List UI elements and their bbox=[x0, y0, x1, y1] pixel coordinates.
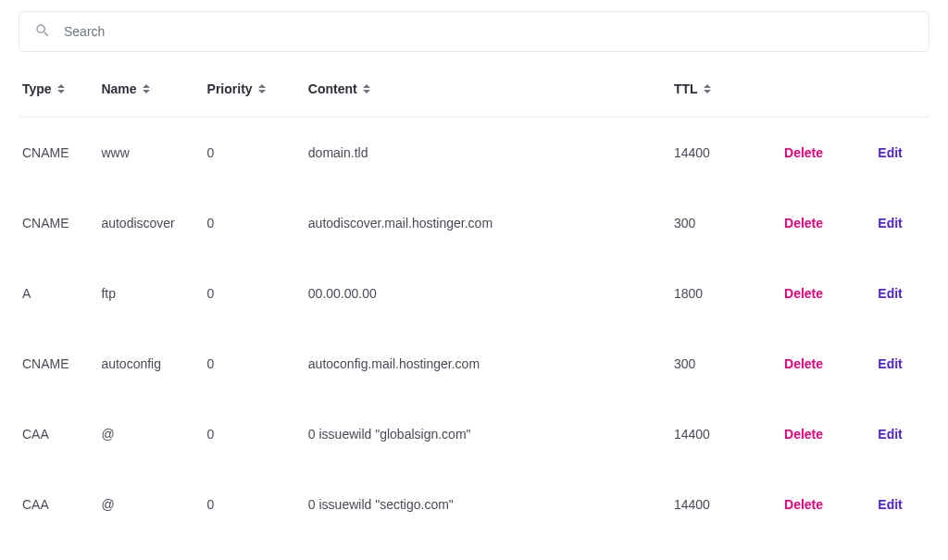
sort-icon bbox=[57, 84, 65, 93]
column-header-type[interactable]: Type bbox=[22, 81, 101, 96]
table-row: CAA@00 issuewild "sectigo.com"14400Delet… bbox=[19, 469, 929, 540]
delete-button[interactable]: Delete bbox=[784, 286, 823, 301]
cell-priority: 0 bbox=[207, 286, 308, 301]
delete-button[interactable]: Delete bbox=[784, 356, 823, 371]
cell-ttl: 14400 bbox=[674, 427, 784, 442]
column-header-content[interactable]: Content bbox=[308, 81, 674, 96]
cell-name: @ bbox=[101, 427, 206, 442]
column-header-label: Type bbox=[22, 81, 52, 96]
table-row: CNAMEautoconfig0autoconfig.mail.hostinge… bbox=[19, 329, 929, 399]
column-header-label: Name bbox=[101, 81, 136, 96]
cell-name: www bbox=[101, 145, 206, 160]
sort-icon bbox=[704, 84, 711, 93]
column-header-name[interactable]: Name bbox=[101, 81, 206, 96]
cell-type: A bbox=[22, 286, 101, 301]
cell-ttl: 300 bbox=[674, 356, 784, 371]
column-header-label: Content bbox=[308, 81, 357, 96]
dns-records-panel: Type Name Priority Content TTL CNAMEwww0… bbox=[0, 0, 948, 540]
cell-name: autoconfig bbox=[101, 356, 206, 371]
delete-button[interactable]: Delete bbox=[784, 145, 823, 160]
edit-button[interactable]: Edit bbox=[878, 216, 902, 230]
cell-content: 0 issuewild "sectigo.com" bbox=[308, 497, 674, 512]
cell-content: 00.00.00.00 bbox=[308, 286, 674, 301]
sort-icon bbox=[363, 84, 370, 93]
cell-ttl: 14400 bbox=[674, 497, 784, 512]
cell-priority: 0 bbox=[207, 427, 308, 442]
cell-ttl: 14400 bbox=[674, 145, 784, 160]
cell-content: 0 issuewild "globalsign.com" bbox=[308, 427, 674, 442]
delete-button[interactable]: Delete bbox=[784, 216, 823, 230]
cell-ttl: 300 bbox=[674, 216, 784, 230]
edit-button[interactable]: Edit bbox=[878, 145, 902, 160]
cell-content: domain.tld bbox=[308, 145, 674, 160]
edit-button[interactable]: Edit bbox=[878, 427, 902, 442]
cell-type: CNAME bbox=[22, 356, 101, 371]
column-header-ttl[interactable]: TTL bbox=[674, 81, 784, 96]
cell-name: ftp bbox=[101, 286, 206, 301]
edit-button[interactable]: Edit bbox=[878, 286, 902, 301]
cell-type: CNAME bbox=[22, 145, 101, 160]
table-row: Aftp000.00.00.001800DeleteEdit bbox=[19, 258, 929, 329]
cell-priority: 0 bbox=[207, 145, 308, 160]
search-input[interactable] bbox=[64, 24, 914, 39]
cell-type: CAA bbox=[22, 497, 101, 512]
search-bar[interactable] bbox=[19, 11, 929, 52]
table-row: CNAMEwww0domain.tld14400DeleteEdit bbox=[19, 118, 929, 188]
sort-icon bbox=[143, 84, 150, 93]
table-row: CAA@00 issuewild "globalsign.com"14400De… bbox=[19, 399, 929, 469]
table-row: CNAMEautodiscover0autodiscover.mail.host… bbox=[19, 188, 929, 258]
cell-priority: 0 bbox=[207, 497, 308, 512]
column-header-priority[interactable]: Priority bbox=[207, 81, 308, 96]
sort-icon bbox=[258, 84, 266, 93]
delete-button[interactable]: Delete bbox=[784, 427, 823, 442]
search-icon bbox=[34, 22, 51, 42]
cell-priority: 0 bbox=[207, 216, 308, 230]
cell-name: @ bbox=[101, 497, 206, 512]
edit-button[interactable]: Edit bbox=[878, 356, 902, 371]
table-body: CNAMEwww0domain.tld14400DeleteEditCNAMEa… bbox=[19, 118, 929, 540]
column-header-label: TTL bbox=[674, 81, 698, 96]
cell-name: autodiscover bbox=[101, 216, 206, 230]
cell-priority: 0 bbox=[207, 356, 308, 371]
delete-button[interactable]: Delete bbox=[784, 497, 823, 512]
table-header: Type Name Priority Content TTL bbox=[19, 57, 929, 118]
cell-content: autodiscover.mail.hostinger.com bbox=[308, 216, 674, 230]
edit-button[interactable]: Edit bbox=[878, 497, 902, 512]
cell-type: CAA bbox=[22, 427, 101, 442]
column-header-label: Priority bbox=[207, 81, 253, 96]
cell-ttl: 1800 bbox=[674, 286, 784, 301]
cell-type: CNAME bbox=[22, 216, 101, 230]
cell-content: autoconfig.mail.hostinger.com bbox=[308, 356, 674, 371]
